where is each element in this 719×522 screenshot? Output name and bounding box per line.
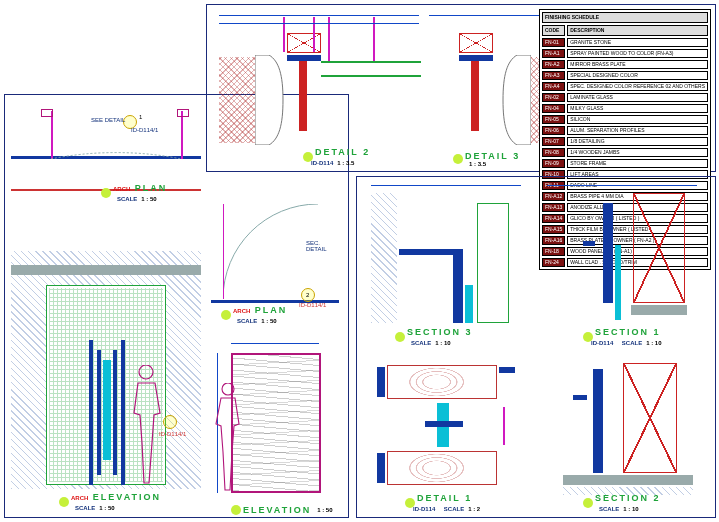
section-box-r <box>459 33 493 53</box>
schedule-desc: 1/8 DETAILING <box>567 137 708 146</box>
schedule-desc: SPECIAL DESIGNED COLOR <box>567 71 708 80</box>
s1-tag <box>583 241 595 246</box>
rail <box>321 61 421 77</box>
jamb-left <box>41 109 53 117</box>
s1-sill <box>631 305 687 315</box>
jamb-right <box>177 109 189 117</box>
s2-tag <box>573 395 587 400</box>
lintel <box>11 265 201 275</box>
title-detail-1: DETAIL 1 ID-D114 SCALE1 : 2 <box>405 493 480 513</box>
molding-r-icon <box>501 55 531 145</box>
schedule-desc: MILKY GLASS <box>567 104 708 113</box>
schedule-code: FN-04 <box>542 104 565 113</box>
dim-h <box>231 343 319 344</box>
detail-callout-text: SEE DETAIL <box>91 117 125 123</box>
dot-icon <box>231 505 241 515</box>
s1-frame <box>603 203 613 303</box>
d1-tag-3 <box>377 453 385 483</box>
s2-door <box>623 363 677 473</box>
title-detail-2: DETAIL 2 ID-D1141 : 3.5 <box>303 147 370 167</box>
dot-icon <box>59 497 69 507</box>
schedule-row: FN-A1SPRAY PAINTED WOOD TO COLOR (FN-A3) <box>542 49 708 58</box>
title-plan-1: ARCH PLAN SCALE1 : 50 <box>101 183 167 203</box>
title-detail-3: DETAIL 3 1 : 3.5 <box>453 151 520 167</box>
dim-top2 <box>219 23 419 24</box>
schedule-code: FN-A3 <box>542 71 565 80</box>
elev-callout-ref: ID-D114/1 <box>159 431 186 437</box>
rail-r <box>113 350 117 475</box>
dot-icon <box>395 332 405 342</box>
s3-glass <box>465 285 473 323</box>
schedule-code: FN-07 <box>542 137 565 146</box>
s3-dim <box>371 185 521 186</box>
view-detail-1: DETAIL 1 ID-D114 SCALE1 : 2 <box>365 355 529 513</box>
schedule-code: FN-05 <box>542 115 565 124</box>
schedule-desc: ALUM. SEPARATION PROFILES <box>567 126 708 135</box>
bottom-right-sheet: SECTION 3 SCALE1 : 10 SECTION 1 ID-D114 … <box>356 176 716 518</box>
stem-r <box>471 61 479 131</box>
schedule-code: FN-06 <box>542 126 565 135</box>
view-section-2: SECTION 2 SCALE1 : 10 <box>543 355 708 513</box>
schedule-desc: 1/4 WOODEN JAMBS <box>567 148 708 157</box>
schedule-code: FN-09 <box>542 159 565 168</box>
s1-dim <box>547 185 697 186</box>
person-icon-2 <box>213 383 243 493</box>
conc-l <box>219 57 255 143</box>
s1-door <box>633 193 685 303</box>
frame-r <box>121 340 125 485</box>
wood-top <box>387 365 497 399</box>
schedule-code: FN-A1 <box>542 49 565 58</box>
schedule-desc: SPRAY PAINTED WOOD TO COLOR (FN-A3) <box>567 49 708 58</box>
s1-glass <box>615 245 621 320</box>
callout-2-num: 2 <box>306 292 309 298</box>
view-section-1: SECTION 1 ID-D114 SCALE1 : 10 <box>543 185 708 347</box>
schedule-row: FN-04MILKY GLASS <box>542 104 708 113</box>
s2-floor <box>563 475 693 485</box>
strike <box>425 421 463 427</box>
schedule-desc: MIRROR BRASS PLATE <box>567 60 708 69</box>
callout-ref: ID-D114/1 <box>131 127 158 133</box>
schedule-row: FN-071/8 DETAILING <box>542 137 708 146</box>
schedule-row: FN-09STORE FRAME <box>542 159 708 168</box>
d1-tag-2 <box>499 367 515 373</box>
schedule-desc: LAMINATE GLASS <box>567 93 708 102</box>
sec-detail-label: SEC. DETAIL <box>306 240 341 252</box>
schedule-row: FN-06ALUM. SEPARATION PROFILES <box>542 126 708 135</box>
schedule-row: FN-A2MIRROR BRASS PLATE <box>542 60 708 69</box>
schedule-row: FN-05SILICON <box>542 115 708 124</box>
s3-stile <box>453 249 463 323</box>
schedule-row: FN-01GRANITE STONE <box>542 38 708 47</box>
title-section-3: SECTION 3 SCALE1 : 10 <box>395 327 473 347</box>
schedule-code: FN-A4 <box>542 82 565 91</box>
schedule-desc: STORE FRAME <box>567 159 708 168</box>
schedule-desc: SILICON <box>567 115 708 124</box>
schedule-header-code: CODE <box>542 25 565 36</box>
schedule-header-desc: DESCRIPTION <box>567 25 708 36</box>
door-arc-2-icon <box>223 204 318 299</box>
section-box-l <box>287 33 321 53</box>
d1-leader <box>503 407 505 445</box>
stem-l <box>299 61 307 131</box>
dot-icon <box>101 188 111 198</box>
callout-num: 1 <box>139 114 142 120</box>
schedule-title: FINISHING SCHEDULE <box>542 12 708 23</box>
schedule-row: FN-A4SPEC. DESIGNED COLOR REFERENCE 02 A… <box>542 82 708 91</box>
title-elevation-1: ARCH ELEVATION SCALE1 : 50 <box>59 492 161 512</box>
view-plan-1: SEE DETAIL 1 ID-D114/1 ARCH PLAN SCALE1 … <box>11 101 201 201</box>
schedule-row: FN-A3SPECIAL DESIGNED COLOR <box>542 71 708 80</box>
callout-ref-2: ID-D114/1 <box>299 302 326 308</box>
rail-l <box>97 350 101 475</box>
door-assembly <box>89 340 125 485</box>
s3-head <box>399 249 453 255</box>
dot-icon <box>453 154 463 164</box>
view-section-3: SECTION 3 SCALE1 : 10 <box>365 185 529 347</box>
dim-top <box>219 15 419 16</box>
dot-icon <box>583 498 593 508</box>
view-elevation-1: ID-D114/1 ARCH ELEVATION SCALE1 : 50 <box>11 245 201 510</box>
molding-l-icon <box>255 55 285 145</box>
schedule-code: FN-A2 <box>542 60 565 69</box>
view-plan-2: SEC. DETAIL 2 ARCH PLAN SCALE1 : 50 ID-D… <box>211 200 341 325</box>
view-elevation-2: ELEVATION 1 : 50 <box>217 343 337 513</box>
title-section-2: SECTION 2 SCALE1 : 10 <box>583 493 661 513</box>
schedule-row: FN-081/4 WOODEN JAMBS <box>542 148 708 157</box>
